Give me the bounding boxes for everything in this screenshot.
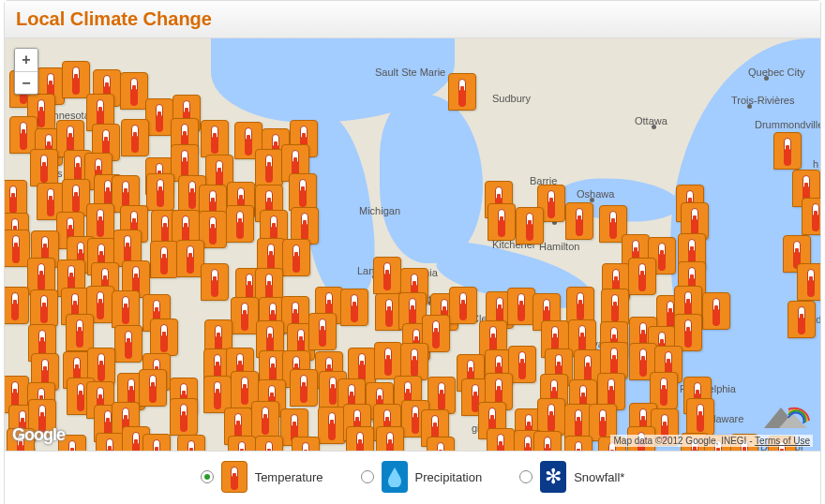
temperature-marker[interactable] [150, 319, 178, 356]
option-label: Snowfall* [574, 470, 624, 484]
temperature-marker[interactable] [121, 119, 149, 156]
temperature-marker[interactable] [139, 369, 167, 407]
climate-widget: Local Climate Change MinnesotapolisMadis… [4, 0, 821, 504]
temperature-marker[interactable] [150, 241, 178, 278]
temperature-marker[interactable] [628, 258, 656, 295]
temperature-marker[interactable] [62, 61, 90, 98]
temperature-marker[interactable] [488, 203, 516, 241]
temperature-marker[interactable] [533, 431, 562, 451]
temperature-marker[interactable] [30, 149, 58, 186]
temperature-marker[interactable] [427, 437, 455, 451]
temperature-marker[interactable] [86, 203, 114, 241]
temperature-marker[interactable] [376, 426, 404, 451]
radio-snowfall[interactable] [519, 470, 532, 483]
marker-layer [5, 38, 820, 451]
temperature-marker[interactable] [373, 257, 401, 294]
temperature-marker[interactable] [308, 313, 337, 350]
terms-link[interactable]: Terms of Use [755, 436, 810, 446]
attribution-text: Map data ©2012 Google, INEGI - [613, 436, 755, 446]
option-temperature[interactable]: Temperature [201, 461, 323, 493]
temperature-marker[interactable] [448, 73, 476, 111]
temperature-marker[interactable] [374, 342, 402, 379]
snowflake-icon: ✻ [540, 461, 566, 493]
thermometer-icon [221, 461, 248, 493]
temperature-marker[interactable] [251, 401, 279, 438]
option-snowfall[interactable]: ✻ Snowfall* [519, 461, 624, 493]
temperature-marker[interactable] [231, 297, 259, 334]
temperature-marker[interactable] [201, 263, 229, 301]
temperature-marker[interactable] [145, 98, 173, 136]
temperature-marker[interactable] [797, 263, 820, 301]
temperature-marker[interactable] [177, 435, 205, 451]
option-label: Precipitation [415, 470, 483, 484]
temperature-marker[interactable] [282, 239, 310, 276]
temperature-marker[interactable] [114, 325, 142, 363]
temperature-marker[interactable] [346, 426, 374, 451]
temperature-marker[interactable] [290, 369, 318, 407]
temperature-marker[interactable] [226, 205, 254, 243]
temperature-marker[interactable] [802, 198, 820, 235]
temperature-marker[interactable] [170, 398, 198, 436]
radio-temperature[interactable] [201, 470, 214, 483]
option-precipitation[interactable]: Precipitation [361, 461, 483, 493]
zoom-out-button[interactable]: − [15, 71, 38, 94]
layer-legend: Temperature Precipitation ✻ Snowfall* [5, 451, 820, 504]
radio-precipitation[interactable] [361, 470, 374, 483]
weather-logo-icon [760, 400, 811, 432]
temperature-marker[interactable] [66, 314, 94, 351]
temperature-marker[interactable] [564, 436, 592, 451]
raindrop-icon [382, 461, 408, 493]
temperature-marker[interactable] [449, 287, 477, 324]
temperature-marker[interactable] [400, 343, 428, 380]
temperature-marker[interactable] [516, 207, 544, 245]
temperature-marker[interactable] [255, 149, 283, 186]
temperature-marker[interactable] [201, 120, 229, 157]
temperature-marker[interactable] [487, 428, 515, 451]
temperature-marker[interactable] [428, 377, 456, 414]
temperature-marker[interactable] [340, 289, 368, 326]
temperature-marker[interactable] [601, 289, 629, 326]
temperature-marker[interactable] [142, 434, 171, 451]
temperature-marker[interactable] [255, 436, 283, 451]
zoom-control: + − [14, 48, 38, 95]
widget-title: Local Climate Change [5, 1, 820, 38]
temperature-marker[interactable] [292, 437, 320, 451]
zoom-in-button[interactable]: + [15, 49, 38, 71]
temperature-marker[interactable] [773, 132, 802, 170]
temperature-marker[interactable] [507, 288, 535, 325]
temperature-marker[interactable] [30, 289, 58, 327]
map-attribution: Map data ©2012 Google, INEGI - Terms of … [610, 435, 813, 447]
option-label: Temperature [255, 470, 323, 484]
temperature-marker[interactable] [228, 436, 256, 451]
temperature-marker[interactable] [289, 173, 317, 211]
temperature-marker[interactable] [788, 301, 816, 338]
google-logo: Google [12, 425, 65, 445]
temperature-marker[interactable] [5, 287, 29, 324]
temperature-marker[interactable] [702, 292, 730, 330]
temperature-marker[interactable] [120, 72, 148, 110]
temperature-marker[interactable] [112, 290, 140, 328]
temperature-marker[interactable] [96, 433, 124, 451]
temperature-marker[interactable] [146, 173, 174, 211]
temperature-marker[interactable] [686, 398, 714, 436]
map[interactable]: MinnesotapolisMadisonMilwaukeeLansingSau… [5, 38, 820, 451]
temperature-marker[interactable] [565, 202, 593, 240]
temperature-marker[interactable] [318, 407, 346, 444]
